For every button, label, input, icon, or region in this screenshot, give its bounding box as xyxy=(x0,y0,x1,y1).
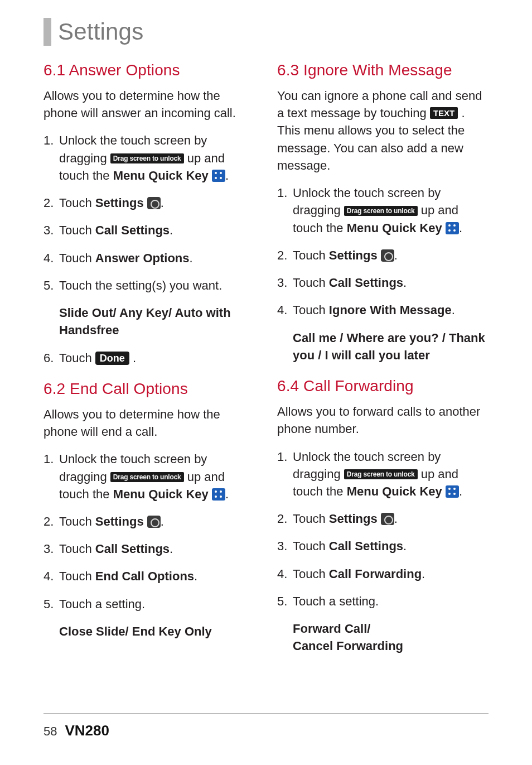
heading-6-1: 6.1 Answer Options xyxy=(43,61,255,79)
period: . xyxy=(422,567,425,581)
menu-quick-key-icon xyxy=(446,222,459,234)
step-6-1-6: Touch Done . xyxy=(43,349,255,367)
text: . xyxy=(129,351,136,365)
step-6-2-5: Touch a setting. xyxy=(43,595,255,613)
page-number: 58 xyxy=(43,724,57,739)
intro-6-1: Allows you to determine how the phone wi… xyxy=(43,87,255,122)
period: . xyxy=(161,196,164,210)
model-name: VN280 xyxy=(65,722,109,739)
ignore-with-message-label: Ignore With Message xyxy=(329,303,452,317)
period: . xyxy=(225,169,229,182)
text: Touch xyxy=(59,542,95,556)
heading-6-4: 6.4 Call Forwarding xyxy=(277,377,489,395)
settings-label: Settings xyxy=(95,196,144,210)
page-title-row: Settings xyxy=(43,18,489,46)
period: . xyxy=(161,514,164,528)
menu-quick-key-label: Menu Quick Key xyxy=(113,169,209,182)
drag-unlock-icon: Drag screen to unlock xyxy=(344,206,418,216)
step-6-3-1: Unlock the touch screen by dragging Drag… xyxy=(277,184,489,237)
settings-label: Settings xyxy=(329,512,378,526)
period: . xyxy=(403,539,407,553)
text: Touch xyxy=(59,351,95,365)
text: Touch xyxy=(59,223,95,237)
step-6-2-4: Touch End Call Options. xyxy=(43,567,255,585)
text: Touch xyxy=(293,567,329,581)
step-6-1-5: Touch the setting(s) you want. xyxy=(43,277,255,294)
text: Touch xyxy=(59,569,95,583)
period: . xyxy=(190,251,193,265)
title-accent-bar xyxy=(43,18,51,46)
step-6-2-1: Unlock the touch screen by dragging Drag… xyxy=(43,450,255,503)
menu-quick-key-label: Menu Quick Key xyxy=(113,487,209,501)
steps-6-4: Unlock the touch screen by dragging Drag… xyxy=(277,448,489,610)
text: Touch xyxy=(293,512,329,526)
text: Touch xyxy=(293,276,329,290)
options-6-2: Close Slide/ End Key Only xyxy=(59,623,255,640)
step-6-1-3: Touch Call Settings. xyxy=(43,222,255,239)
period: . xyxy=(194,569,197,583)
text-button-icon: TEXT xyxy=(430,107,458,119)
period: . xyxy=(452,303,455,317)
step-6-4-2: Touch Settings . xyxy=(277,510,489,527)
intro-6-2: Allows you to determine how the phone wi… xyxy=(43,406,255,440)
options-6-4: Forward Call/ Cancel Forwarding xyxy=(293,620,489,655)
step-6-1-2: Touch Settings . xyxy=(43,194,255,211)
menu-quick-key-label: Menu Quick Key xyxy=(347,221,442,235)
answer-options-label: Answer Options xyxy=(95,251,190,265)
options-6-1: Slide Out/ Any Key/ Auto with Handsfree xyxy=(59,304,255,339)
period: . xyxy=(170,542,173,556)
menu-quick-key-label: Menu Quick Key xyxy=(347,484,442,498)
end-call-options-label: End Call Options xyxy=(95,569,194,583)
step-6-4-5: Touch a setting. xyxy=(277,593,489,610)
text: Touch xyxy=(59,196,95,210)
call-settings-label: Call Settings xyxy=(329,539,403,553)
call-forwarding-label: Call Forwarding xyxy=(329,567,422,581)
text: Touch xyxy=(293,303,329,317)
options-6-3: Call me / Where are you? / Thank you / I… xyxy=(293,329,489,364)
gear-icon xyxy=(381,249,394,262)
gear-icon xyxy=(147,516,161,528)
menu-quick-key-icon xyxy=(212,170,225,182)
drag-unlock-icon: Drag screen to unlock xyxy=(344,469,418,479)
done-button-icon: Done xyxy=(95,352,129,365)
steps-6-1b: Touch Done . xyxy=(43,349,255,367)
menu-quick-key-icon xyxy=(212,488,225,501)
text: Touch xyxy=(293,539,329,553)
heading-6-2: 6.2 End Call Options xyxy=(43,380,255,398)
drag-unlock-icon: Drag screen to unlock xyxy=(110,472,184,482)
steps-6-1: Unlock the touch screen by dragging Drag… xyxy=(43,132,255,294)
page-title: Settings xyxy=(58,18,143,45)
period: . xyxy=(459,484,462,498)
intro-6-4: Allows you to forward calls to another p… xyxy=(277,403,489,437)
drag-unlock-icon: Drag screen to unlock xyxy=(110,153,184,163)
step-6-4-3: Touch Call Settings. xyxy=(277,537,489,555)
step-6-4-4: Touch Call Forwarding. xyxy=(277,565,489,583)
step-6-3-2: Touch Settings . xyxy=(277,247,489,264)
period: . xyxy=(170,223,173,237)
step-6-3-3: Touch Call Settings. xyxy=(277,274,489,291)
gear-icon xyxy=(147,197,161,209)
settings-label: Settings xyxy=(329,248,378,262)
step-6-1-1: Unlock the touch screen by dragging Drag… xyxy=(43,132,255,184)
intro-6-3: You can ignore a phone call and send a t… xyxy=(277,87,489,174)
text: Touch xyxy=(59,251,95,265)
right-column: 6.3 Ignore With Message You can ignore a… xyxy=(277,60,489,665)
step-6-2-2: Touch Settings . xyxy=(43,513,255,530)
call-settings-label: Call Settings xyxy=(95,542,170,556)
step-6-3-4: Touch Ignore With Message. xyxy=(277,301,489,319)
steps-6-3: Unlock the touch screen by dragging Drag… xyxy=(277,184,489,319)
call-settings-label: Call Settings xyxy=(95,223,170,237)
step-6-1-4: Touch Answer Options. xyxy=(43,249,255,267)
steps-6-2: Unlock the touch screen by dragging Drag… xyxy=(43,450,255,613)
gear-icon xyxy=(381,513,394,525)
text: Touch xyxy=(293,248,329,262)
step-6-4-1: Unlock the touch screen by dragging Drag… xyxy=(277,448,489,501)
period: . xyxy=(459,221,462,235)
menu-quick-key-icon xyxy=(446,485,459,498)
text: Touch xyxy=(59,514,95,528)
period: . xyxy=(403,276,407,290)
step-6-2-3: Touch Call Settings. xyxy=(43,540,255,557)
heading-6-3: 6.3 Ignore With Message xyxy=(277,61,489,79)
period: . xyxy=(394,248,398,262)
call-settings-label: Call Settings xyxy=(329,276,403,290)
